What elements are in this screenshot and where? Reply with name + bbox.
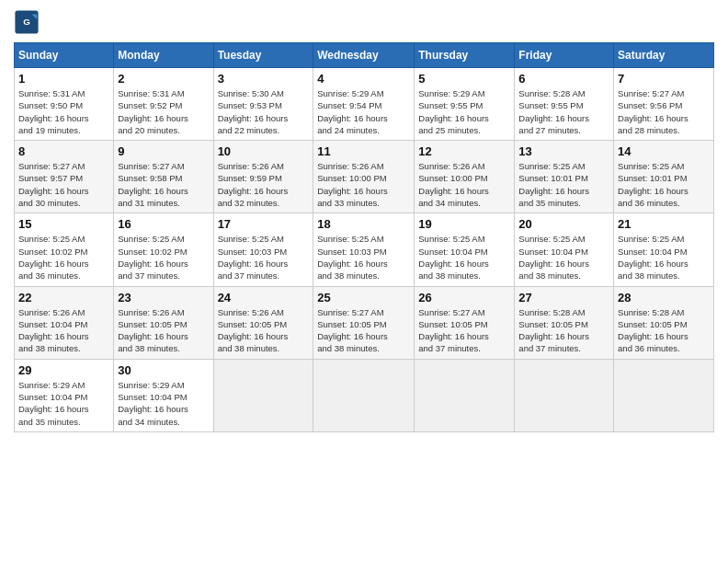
week-row-5: 29Sunrise: 5:29 AM Sunset: 10:04 PM Dayl…	[15, 359, 714, 431]
day-number: 27	[518, 291, 609, 304]
calendar-cell: 28Sunrise: 5:28 AM Sunset: 10:05 PM Dayl…	[614, 286, 714, 359]
day-number: 19	[418, 217, 510, 231]
calendar-cell: 9Sunrise: 5:27 AM Sunset: 9:58 PM Daylig…	[114, 141, 213, 213]
calendar-cell: 7Sunrise: 5:27 AM Sunset: 9:56 PM Daylig…	[614, 68, 714, 141]
header: G	[14, 9, 714, 35]
calendar-cell	[614, 359, 714, 431]
day-header-monday: Monday	[114, 43, 213, 68]
day-info: Sunrise: 5:25 AM Sunset: 10:01 PM Daylig…	[518, 160, 609, 209]
day-info: Sunrise: 5:28 AM Sunset: 9:55 PM Dayligh…	[518, 87, 609, 136]
day-info: Sunrise: 5:25 AM Sunset: 10:04 PM Daylig…	[418, 233, 510, 282]
calendar-cell: 14Sunrise: 5:25 AM Sunset: 10:01 PM Dayl…	[614, 141, 714, 213]
calendar-cell: 20Sunrise: 5:25 AM Sunset: 10:04 PM Dayl…	[515, 213, 614, 286]
calendar-cell: 4Sunrise: 5:29 AM Sunset: 9:54 PM Daylig…	[313, 68, 415, 141]
day-number: 10	[218, 144, 310, 158]
day-info: Sunrise: 5:31 AM Sunset: 9:52 PM Dayligh…	[118, 87, 209, 136]
day-info: Sunrise: 5:25 AM Sunset: 10:02 PM Daylig…	[18, 233, 109, 282]
day-info: Sunrise: 5:27 AM Sunset: 9:57 PM Dayligh…	[18, 160, 109, 209]
day-number: 9	[118, 144, 209, 158]
calendar-cell: 22Sunrise: 5:26 AM Sunset: 10:04 PM Dayl…	[15, 286, 114, 359]
calendar-body: 1Sunrise: 5:31 AM Sunset: 9:50 PM Daylig…	[15, 68, 714, 432]
calendar-table: SundayMondayTuesdayWednesdayThursdayFrid…	[14, 42, 714, 432]
day-number: 26	[418, 291, 510, 304]
day-info: Sunrise: 5:28 AM Sunset: 10:05 PM Daylig…	[518, 306, 609, 355]
week-row-1: 1Sunrise: 5:31 AM Sunset: 9:50 PM Daylig…	[15, 68, 714, 141]
day-info: Sunrise: 5:27 AM Sunset: 10:05 PM Daylig…	[317, 306, 410, 355]
day-info: Sunrise: 5:31 AM Sunset: 9:50 PM Dayligh…	[18, 87, 109, 136]
day-info: Sunrise: 5:27 AM Sunset: 9:56 PM Dayligh…	[618, 87, 710, 136]
calendar-cell: 21Sunrise: 5:25 AM Sunset: 10:04 PM Dayl…	[614, 213, 714, 286]
day-info: Sunrise: 5:26 AM Sunset: 10:05 PM Daylig…	[118, 306, 209, 355]
logo: G	[14, 9, 43, 35]
day-header-tuesday: Tuesday	[213, 43, 313, 68]
calendar-cell: 2Sunrise: 5:31 AM Sunset: 9:52 PM Daylig…	[114, 68, 213, 141]
week-row-2: 8Sunrise: 5:27 AM Sunset: 9:57 PM Daylig…	[15, 141, 714, 213]
day-info: Sunrise: 5:28 AM Sunset: 10:05 PM Daylig…	[618, 306, 710, 355]
day-number: 6	[518, 72, 609, 86]
calendar-cell: 3Sunrise: 5:30 AM Sunset: 9:53 PM Daylig…	[213, 68, 313, 141]
day-number: 11	[317, 144, 410, 158]
day-info: Sunrise: 5:29 AM Sunset: 9:54 PM Dayligh…	[317, 87, 410, 136]
day-number: 15	[18, 217, 109, 231]
calendar-cell: 19Sunrise: 5:25 AM Sunset: 10:04 PM Dayl…	[415, 213, 515, 286]
calendar-cell	[515, 359, 614, 431]
day-info: Sunrise: 5:30 AM Sunset: 9:53 PM Dayligh…	[218, 87, 310, 136]
day-header-friday: Friday	[515, 43, 614, 68]
day-info: Sunrise: 5:26 AM Sunset: 10:00 PM Daylig…	[418, 160, 510, 209]
calendar-cell	[415, 359, 515, 431]
calendar-cell: 1Sunrise: 5:31 AM Sunset: 9:50 PM Daylig…	[15, 68, 114, 141]
calendar-cell: 29Sunrise: 5:29 AM Sunset: 10:04 PM Dayl…	[15, 359, 114, 431]
day-info: Sunrise: 5:26 AM Sunset: 10:05 PM Daylig…	[218, 306, 310, 355]
day-info: Sunrise: 5:26 AM Sunset: 10:04 PM Daylig…	[18, 306, 109, 355]
calendar-cell: 27Sunrise: 5:28 AM Sunset: 10:05 PM Dayl…	[515, 286, 614, 359]
day-number: 21	[618, 217, 710, 231]
calendar-cell: 10Sunrise: 5:26 AM Sunset: 9:59 PM Dayli…	[213, 141, 313, 213]
day-info: Sunrise: 5:27 AM Sunset: 9:58 PM Dayligh…	[118, 160, 209, 209]
day-header-thursday: Thursday	[415, 43, 515, 68]
calendar-cell: 6Sunrise: 5:28 AM Sunset: 9:55 PM Daylig…	[515, 68, 614, 141]
day-number: 30	[118, 363, 209, 377]
calendar-cell: 25Sunrise: 5:27 AM Sunset: 10:05 PM Dayl…	[313, 286, 415, 359]
day-number: 8	[18, 144, 109, 158]
day-number: 5	[418, 72, 510, 86]
day-number: 17	[218, 217, 310, 231]
header-row: SundayMondayTuesdayWednesdayThursdayFrid…	[15, 43, 714, 68]
day-number: 2	[118, 72, 209, 86]
day-header-sunday: Sunday	[15, 43, 114, 68]
day-number: 12	[418, 144, 510, 158]
day-header-wednesday: Wednesday	[313, 43, 415, 68]
day-number: 7	[618, 72, 710, 86]
day-number: 18	[317, 217, 410, 231]
calendar-cell: 30Sunrise: 5:29 AM Sunset: 10:04 PM Dayl…	[114, 359, 213, 431]
calendar-cell: 17Sunrise: 5:25 AM Sunset: 10:03 PM Dayl…	[213, 213, 313, 286]
day-info: Sunrise: 5:25 AM Sunset: 10:02 PM Daylig…	[118, 233, 209, 282]
day-number: 25	[317, 291, 410, 304]
day-header-saturday: Saturday	[614, 43, 714, 68]
calendar-cell: 24Sunrise: 5:26 AM Sunset: 10:05 PM Dayl…	[213, 286, 313, 359]
calendar-cell: 13Sunrise: 5:25 AM Sunset: 10:01 PM Dayl…	[515, 141, 614, 213]
day-info: Sunrise: 5:25 AM Sunset: 10:03 PM Daylig…	[317, 233, 410, 282]
day-number: 20	[518, 217, 609, 231]
day-info: Sunrise: 5:25 AM Sunset: 10:04 PM Daylig…	[618, 233, 710, 282]
day-info: Sunrise: 5:25 AM Sunset: 10:03 PM Daylig…	[218, 233, 310, 282]
week-row-3: 15Sunrise: 5:25 AM Sunset: 10:02 PM Dayl…	[15, 213, 714, 286]
day-info: Sunrise: 5:25 AM Sunset: 10:04 PM Daylig…	[518, 233, 609, 282]
week-row-4: 22Sunrise: 5:26 AM Sunset: 10:04 PM Dayl…	[15, 286, 714, 359]
calendar-cell: 18Sunrise: 5:25 AM Sunset: 10:03 PM Dayl…	[313, 213, 415, 286]
calendar-page: G SundayMondayTuesdayWednesdayThursdayFr…	[0, 0, 728, 442]
day-number: 3	[218, 72, 310, 86]
calendar-cell: 11Sunrise: 5:26 AM Sunset: 10:00 PM Dayl…	[313, 141, 415, 213]
day-number: 4	[317, 72, 410, 86]
svg-text:G: G	[23, 17, 30, 27]
day-number: 13	[518, 144, 609, 158]
day-info: Sunrise: 5:27 AM Sunset: 10:05 PM Daylig…	[418, 306, 510, 355]
day-number: 28	[618, 291, 710, 304]
day-info: Sunrise: 5:29 AM Sunset: 10:04 PM Daylig…	[18, 379, 109, 428]
calendar-cell	[313, 359, 415, 431]
day-number: 14	[618, 144, 710, 158]
calendar-cell: 5Sunrise: 5:29 AM Sunset: 9:55 PM Daylig…	[415, 68, 515, 141]
calendar-cell: 8Sunrise: 5:27 AM Sunset: 9:57 PM Daylig…	[15, 141, 114, 213]
calendar-cell: 16Sunrise: 5:25 AM Sunset: 10:02 PM Dayl…	[114, 213, 213, 286]
calendar-cell: 15Sunrise: 5:25 AM Sunset: 10:02 PM Dayl…	[15, 213, 114, 286]
day-info: Sunrise: 5:25 AM Sunset: 10:01 PM Daylig…	[618, 160, 710, 209]
